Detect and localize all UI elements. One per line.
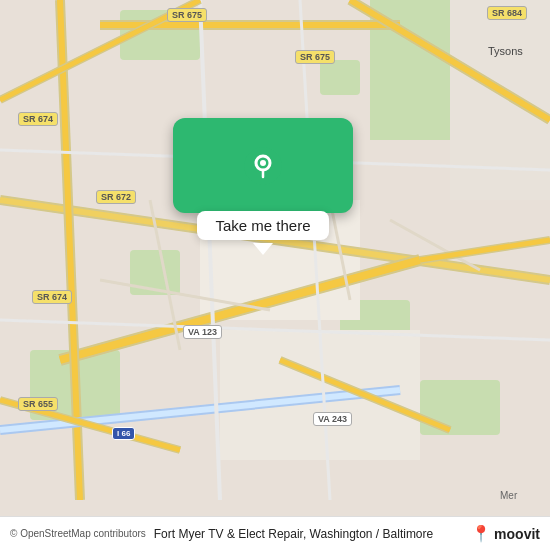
road-label-sr655: SR 655 [18,397,58,411]
road-label-sr684: SR 684 [487,6,527,20]
road-label-sr672: SR 672 [96,190,136,204]
take-me-there-button[interactable]: Take me there [197,211,328,240]
svg-point-30 [260,160,266,166]
location-popup: Take me there [153,118,373,254]
moovit-logo: 📍 moovit [471,524,540,543]
moovit-pin-icon: 📍 [471,524,491,543]
moovit-brand-text: moovit [494,526,540,542]
tyson-area [450,0,550,200]
footer: © OpenStreetMap contributors Fort Myer T… [0,516,550,550]
place-label-tysons: Tysons [488,45,523,57]
popup-box [173,118,353,213]
road-label-i66: I 66 [112,427,135,440]
osm-attribution: © OpenStreetMap contributors [10,528,146,539]
location-pin-icon [244,147,282,185]
green-area-small1 [320,60,360,95]
road-label-sr675-2: SR 675 [295,50,335,64]
road-label-sr674-2: SR 674 [32,290,72,304]
road-label-sr675-1: SR 675 [167,8,207,22]
green-area-br [420,380,500,435]
road-label-va243: VA 243 [313,412,352,426]
road-label-va123: VA 123 [183,325,222,339]
green-area-mid [130,250,180,295]
road-label-sr674-1: SR 674 [18,112,58,126]
location-footer-text: Fort Myer TV & Elect Repair, Washington … [154,527,471,541]
map-container: SR 675 SR 675 SR 684 SR 674 SR 672 SR 67… [0,0,550,550]
place-label-mer: Mer [500,490,517,501]
popup-arrow [253,243,273,255]
urban-area-2 [220,330,420,460]
